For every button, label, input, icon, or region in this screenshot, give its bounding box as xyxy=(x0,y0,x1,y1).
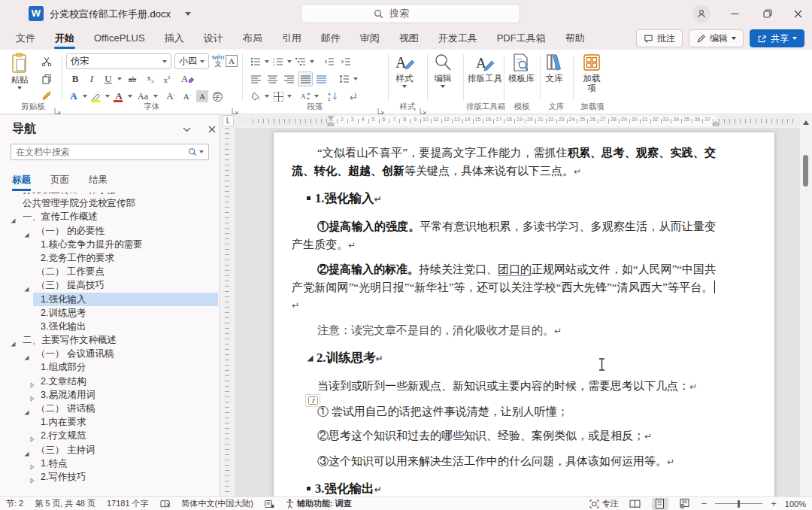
strikethrough-button[interactable]: ab xyxy=(123,71,141,87)
document-paragraph[interactable]: ①提高输入的强度。平常有意识地积累，多读书学习、多观察生活，从而让量变产生质变。… xyxy=(292,218,716,254)
nav-tree-item[interactable]: （二） 工作要点 xyxy=(0,265,218,278)
character-shading-button[interactable]: A xyxy=(196,90,208,102)
macro-recording[interactable] xyxy=(265,499,274,508)
superscript-button[interactable]: x2 xyxy=(159,71,174,87)
ribbon-tab[interactable]: 邮件 xyxy=(311,27,350,50)
title-chevron-down-icon[interactable] xyxy=(185,12,191,16)
restore-button[interactable] xyxy=(756,3,779,24)
align-left-button[interactable] xyxy=(248,71,263,87)
nav-tree-item[interactable]: 2.党务工作的要求 xyxy=(0,251,218,265)
navigation-options-button[interactable] xyxy=(179,123,194,136)
edit-find-button[interactable]: 编辑 xyxy=(433,53,453,88)
tab-selector[interactable]: L xyxy=(223,115,234,126)
comments-button[interactable]: 批注 xyxy=(636,29,683,47)
line-spacing-button[interactable] xyxy=(337,71,352,87)
nav-tree-item[interactable]: 2.训练思考 xyxy=(0,306,218,320)
ribbon-tab[interactable]: 布局 xyxy=(233,27,272,50)
document-title[interactable]: 分党校宣传部工作手册.docx xyxy=(50,8,171,21)
ribbon-tab[interactable]: PDF工具箱 xyxy=(487,27,556,50)
document-area[interactable]: “文似看山不喜平”，要提高文字工作能力，需抓住积累、思考、观察、实践、交流、转化… xyxy=(235,128,800,496)
document-paragraph[interactable]: ③这个知识可以用来解决生活工作中的什么问题，具体该如何运用等。↵ xyxy=(292,453,716,472)
bold-button[interactable]: B xyxy=(68,71,83,87)
document-heading[interactable]: 2.训练思考↵ xyxy=(307,350,716,367)
paste-button[interactable]: 粘贴 xyxy=(11,53,29,90)
document-heading[interactable]: 3.强化输出↵ xyxy=(307,481,716,496)
ribbon-tab[interactable]: 开始 xyxy=(45,27,84,50)
paragraph-dialog-launcher[interactable] xyxy=(377,104,385,111)
section-indicator[interactable]: 节: 2 xyxy=(6,498,23,509)
page-indicator[interactable]: 第 5 页, 共 48 页 xyxy=(35,498,95,509)
zoom-out-button[interactable]: − xyxy=(701,498,707,509)
ribbon-tab[interactable]: OfficePLUS xyxy=(84,27,155,50)
web-layout-button[interactable] xyxy=(677,498,693,510)
bullets-button[interactable] xyxy=(248,54,263,69)
multilevel-list-button[interactable] xyxy=(293,54,308,69)
zoom-in-button[interactable]: + xyxy=(771,498,777,509)
styles-button[interactable]: A 样式 xyxy=(394,53,415,88)
numbering-button[interactable]: 123 xyxy=(271,54,286,69)
word-app-icon[interactable]: W xyxy=(29,6,44,21)
nav-tree-item[interactable]: 1.特点 xyxy=(0,457,218,470)
scrollbar-thumb[interactable] xyxy=(803,155,808,187)
read-mode-button[interactable] xyxy=(627,498,644,510)
navigation-close-button[interactable] xyxy=(205,123,220,136)
editing-mode-button[interactable]: 编辑 xyxy=(689,29,744,47)
close-button[interactable] xyxy=(786,3,809,24)
ribbon-tab[interactable]: 审阅 xyxy=(350,27,389,50)
nav-tree-item[interactable]: 3.易混淆用词 xyxy=(0,388,218,402)
document-page[interactable]: “文似看山不喜平”，要提高文字工作能力，需抓住积累、思考、观察、实践、交流、转化… xyxy=(274,132,774,496)
library-button[interactable]: 文库 xyxy=(544,53,564,83)
navigation-tab[interactable]: 结果 xyxy=(89,174,108,191)
nav-tree-item[interactable]: （三） 提高技巧 xyxy=(0,278,218,292)
styles-dialog-launcher[interactable] xyxy=(420,104,427,111)
minimize-button[interactable] xyxy=(723,3,746,24)
nav-tree-item[interactable]: 3.强化输出 xyxy=(0,320,218,333)
layout-tool-button[interactable]: A 排版工具 xyxy=(468,53,502,83)
document-paragraph[interactable]: ②思考这个知识和过去的哪些知识、经验、案例类似，或是相反；↵ xyxy=(292,427,716,446)
accessibility-status[interactable]: 辅助功能: 调查 xyxy=(286,498,352,509)
document-paragraph[interactable]: “文似看山不喜平”，要提高文字工作能力，需抓住积累、思考、观察、实践、交流、转化… xyxy=(292,144,716,181)
font-size-combo[interactable]: 小四 xyxy=(174,53,209,69)
nav-tree-item[interactable]: 1.组成部分 xyxy=(0,360,218,374)
ribbon-tab[interactable]: 插入 xyxy=(155,27,194,50)
document-paragraph[interactable]: ① 尝试用自己的话把这件事说清楚，让别人听懂； xyxy=(292,403,716,421)
account-avatar[interactable] xyxy=(692,5,710,23)
cut-button[interactable] xyxy=(39,54,54,69)
navigation-search-box[interactable]: 在文档中搜索 xyxy=(11,144,209,160)
addins-button[interactable]: 加载项 xyxy=(580,53,603,93)
zoom-slider[interactable] xyxy=(715,500,762,508)
nav-tree-item[interactable]: （一） 会议通讯稿 xyxy=(0,347,218,360)
nav-tree-item[interactable]: 二、主要写作文种概述 xyxy=(0,333,218,347)
zoom-level[interactable]: 100% xyxy=(785,499,806,508)
nav-tree-item[interactable]: （三） 主持词 xyxy=(0,443,218,457)
nav-tree-item[interactable]: 一、宣传工作概述 xyxy=(0,210,218,223)
ribbon-tab[interactable]: 帮助 xyxy=(556,27,595,50)
margin-edit-icon[interactable] xyxy=(305,394,320,407)
copy-button[interactable] xyxy=(39,71,54,87)
horizontal-ruler[interactable]: 1234567891011121314151617181920212223242… xyxy=(235,116,800,126)
document-paragraph[interactable]: 当读到或听到一些新观点、新知识或主要内容的时候，需要思考以下几点：↵ xyxy=(292,378,716,396)
phonetic-guide-button[interactable]: wén文 xyxy=(211,53,226,68)
justify-button[interactable] xyxy=(298,71,313,87)
nav-tree-item[interactable]: 1.强化输入 xyxy=(0,293,218,306)
expand-arrow-icon[interactable] xyxy=(30,474,35,487)
underline-button[interactable]: U xyxy=(101,71,116,87)
ribbon-tab[interactable]: 引用 xyxy=(272,27,311,50)
clipboard-dialog-launcher[interactable] xyxy=(54,104,62,111)
nav-tree-item[interactable]: 1.内在要求 xyxy=(0,415,218,429)
subscript-button[interactable]: x2 xyxy=(143,71,158,87)
document-paragraph[interactable]: ②提高输入的标准。持续关注党口、团口的正规网站或文件，如“人民网”“中国共产党新… xyxy=(292,261,716,315)
document-paragraph[interactable]: 注意：读完文章不是目的，消化吸收才是目的。↵ xyxy=(292,322,716,341)
increase-indent-button[interactable] xyxy=(338,54,353,69)
word-count[interactable]: 17181 个字 xyxy=(107,498,149,509)
nav-tree-item[interactable]: 2.写作技巧 xyxy=(0,470,218,484)
ribbon-tab[interactable]: 设计 xyxy=(194,27,233,50)
italic-button[interactable]: I xyxy=(84,71,99,87)
scroll-up-arrow-icon[interactable] xyxy=(803,120,809,125)
template-library-button[interactable]: 模板库 xyxy=(508,53,535,83)
proofing-status[interactable] xyxy=(160,499,171,508)
navigation-tab[interactable]: 标题 xyxy=(12,174,31,191)
font-name-combo[interactable]: 仿宋 xyxy=(66,53,171,69)
ribbon-tab[interactable]: 开发工具 xyxy=(429,27,487,50)
focus-mode-button[interactable]: 专注 xyxy=(589,498,619,509)
